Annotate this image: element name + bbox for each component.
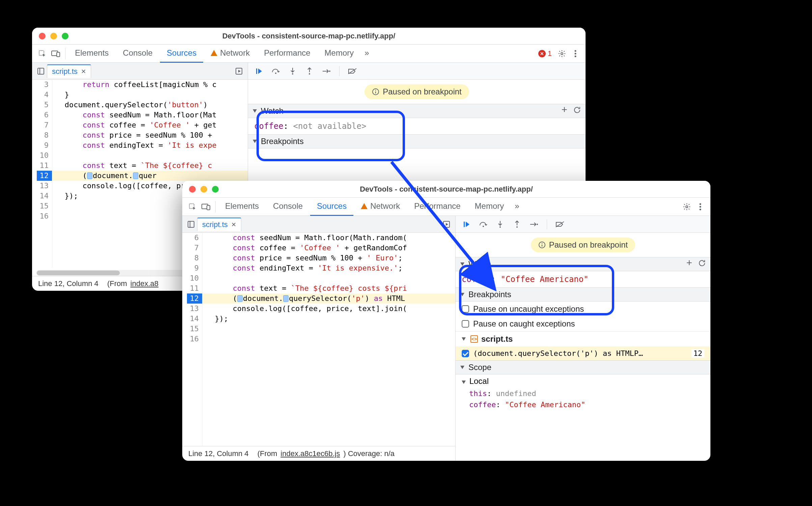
breakpoint-line-row[interactable]: (document.querySelector('p') as HTMLP… 1… bbox=[456, 346, 710, 360]
minimize-window-icon[interactable] bbox=[50, 33, 57, 39]
chevron-down-icon bbox=[253, 109, 257, 113]
settings-gear-icon[interactable] bbox=[555, 47, 569, 60]
info-icon bbox=[538, 241, 546, 249]
svg-marker-12 bbox=[258, 68, 262, 74]
file-tab-script[interactable]: script.ts ✕ bbox=[47, 64, 91, 78]
tab-memory[interactable]: Memory bbox=[468, 198, 511, 216]
file-tabs: script.ts ✕ bbox=[182, 216, 455, 233]
status-bar: Line 12, Column 4 (From index.a8c1ec6b.j… bbox=[182, 446, 455, 461]
watch-expression-row[interactable]: coffee: <not available> bbox=[248, 118, 586, 134]
watch-label: Watch bbox=[261, 106, 283, 116]
svg-marker-34 bbox=[446, 223, 448, 226]
step-out-icon[interactable] bbox=[303, 65, 316, 77]
breakpoints-section-header[interactable]: Breakpoints bbox=[248, 134, 586, 148]
tab-performance[interactable]: Performance bbox=[257, 45, 317, 63]
deactivate-breakpoints-icon[interactable] bbox=[554, 218, 566, 230]
device-toolbar-icon[interactable] bbox=[49, 47, 62, 60]
svg-point-13 bbox=[275, 73, 276, 74]
from-file-link[interactable]: index.a8c1ec6b.js bbox=[280, 449, 340, 458]
checkbox-icon[interactable] bbox=[462, 320, 469, 328]
deactivate-breakpoints-icon[interactable] bbox=[346, 65, 358, 77]
inspect-icon[interactable] bbox=[35, 47, 49, 60]
navigator-toggle-icon[interactable] bbox=[35, 65, 47, 77]
close-icon[interactable]: ✕ bbox=[231, 221, 236, 228]
pause-caught-row[interactable]: Pause on caught exceptions bbox=[456, 316, 710, 331]
maximize-window-icon[interactable] bbox=[62, 33, 69, 39]
debug-toolbar bbox=[456, 216, 710, 233]
tab-sources[interactable]: Sources bbox=[160, 45, 203, 63]
refresh-icon[interactable] bbox=[573, 106, 581, 116]
tabs-overflow[interactable]: » bbox=[361, 45, 372, 63]
debug-toolbar bbox=[248, 63, 586, 80]
step-icon[interactable] bbox=[320, 65, 332, 77]
watch-expression-row[interactable]: coffee: "Coffee Americano" bbox=[456, 271, 710, 287]
info-icon bbox=[372, 88, 379, 95]
file-tabs: script.ts ✕ bbox=[32, 63, 248, 80]
error-icon: ✕ bbox=[538, 50, 546, 57]
kebab-menu-icon[interactable] bbox=[569, 47, 582, 60]
tab-performance[interactable]: Performance bbox=[407, 198, 467, 216]
step-into-icon[interactable] bbox=[287, 65, 299, 77]
resume-icon[interactable] bbox=[253, 65, 265, 77]
scope-section-header[interactable]: Scope bbox=[456, 360, 710, 374]
checkbox-icon[interactable] bbox=[462, 305, 469, 313]
watch-section-header[interactable]: Watch + bbox=[248, 104, 586, 118]
watch-section-header[interactable]: Watch + bbox=[456, 257, 710, 271]
step-out-icon[interactable] bbox=[511, 218, 523, 230]
tab-elements[interactable]: Elements bbox=[68, 45, 115, 63]
tab-network[interactable]: Network bbox=[204, 45, 256, 63]
kebab-menu-icon[interactable] bbox=[694, 200, 707, 214]
add-watch-icon[interactable]: + bbox=[686, 259, 692, 269]
navigator-toggle-icon[interactable] bbox=[185, 218, 197, 230]
line-gutter: 345678910111213141516 bbox=[32, 80, 52, 268]
script-file-icon: <> bbox=[470, 335, 478, 343]
svg-point-3 bbox=[561, 53, 563, 55]
svg-point-4 bbox=[575, 50, 576, 52]
window-title: DevTools - consistent-source-map-pc.netl… bbox=[32, 32, 586, 40]
svg-point-17 bbox=[309, 73, 310, 75]
tab-elements[interactable]: Elements bbox=[218, 198, 266, 216]
add-watch-icon[interactable]: + bbox=[561, 106, 567, 116]
minimize-window-icon[interactable] bbox=[200, 186, 207, 193]
chevron-down-icon bbox=[460, 262, 464, 266]
from-file-link[interactable]: index.a8 bbox=[130, 279, 158, 288]
close-window-icon[interactable] bbox=[189, 186, 196, 193]
refresh-icon[interactable] bbox=[698, 259, 706, 269]
resume-icon[interactable] bbox=[460, 218, 472, 230]
tab-sources[interactable]: Sources bbox=[310, 198, 353, 216]
maximize-window-icon[interactable] bbox=[212, 186, 219, 193]
device-toolbar-icon[interactable] bbox=[199, 200, 213, 214]
breakpoint-file-row[interactable]: <> script.ts bbox=[456, 331, 710, 346]
inspect-icon[interactable] bbox=[186, 200, 199, 214]
svg-point-37 bbox=[483, 226, 484, 227]
close-icon[interactable]: ✕ bbox=[81, 68, 86, 75]
step-over-icon[interactable] bbox=[477, 218, 489, 230]
svg-point-6 bbox=[575, 55, 576, 57]
tab-console[interactable]: Console bbox=[266, 198, 309, 216]
close-window-icon[interactable] bbox=[39, 33, 46, 39]
settings-gear-icon[interactable] bbox=[680, 200, 694, 214]
step-into-icon[interactable] bbox=[494, 218, 506, 230]
watch-value: "Coffee Americano" bbox=[501, 275, 589, 284]
code-editor[interactable]: 678910111213141516 const seedNum = Math.… bbox=[182, 233, 455, 446]
step-icon[interactable] bbox=[528, 218, 540, 230]
file-tab-script[interactable]: script.ts ✕ bbox=[197, 218, 241, 231]
pause-uncaught-row[interactable]: Pause on uncaught exceptions bbox=[456, 302, 710, 316]
tabs-overflow[interactable]: » bbox=[511, 198, 522, 216]
panel-tabs: Elements Console Sources Network Perform… bbox=[218, 198, 680, 216]
tab-console[interactable]: Console bbox=[116, 45, 159, 63]
scope-rows: this: undefinedcoffee: "Coffee Americano… bbox=[456, 388, 710, 410]
snippet-run-icon[interactable] bbox=[440, 218, 453, 230]
svg-point-29 bbox=[700, 206, 701, 207]
cursor-position: Line 12, Column 4 bbox=[188, 449, 249, 458]
scope-local-header[interactable]: Local bbox=[456, 374, 710, 388]
step-over-icon[interactable] bbox=[270, 65, 282, 77]
checkbox-checked-icon[interactable] bbox=[462, 350, 469, 357]
tab-network[interactable]: Network bbox=[354, 198, 407, 216]
error-count-badge[interactable]: ✕ 1 bbox=[538, 49, 552, 58]
breakpoints-section-header[interactable]: Breakpoints bbox=[456, 287, 710, 302]
svg-point-5 bbox=[575, 53, 576, 54]
snippet-run-icon[interactable] bbox=[233, 65, 245, 77]
tab-memory[interactable]: Memory bbox=[318, 45, 361, 63]
breakpoints-label: Breakpoints bbox=[261, 137, 304, 146]
